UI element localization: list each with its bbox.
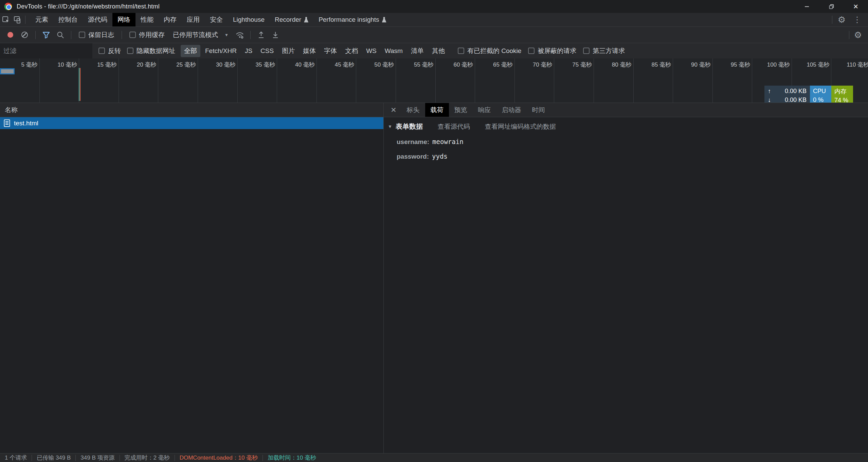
tab-recorder[interactable]: Recorder bbox=[270, 13, 313, 26]
detail-tab-时间[interactable]: 时间 bbox=[527, 103, 550, 117]
status-item: 349 B 项资源 bbox=[75, 455, 119, 461]
request-row-test-html[interactable]: test.html bbox=[0, 117, 383, 129]
tab-性能[interactable]: 性能 bbox=[135, 13, 159, 26]
tab-label: 性能 bbox=[141, 15, 153, 24]
tab-源代码[interactable]: 源代码 bbox=[83, 13, 112, 26]
device-toolbar-icon[interactable] bbox=[12, 15, 23, 25]
invert-filter-checkbox[interactable] bbox=[98, 48, 105, 54]
window-close-button[interactable]: ✕ bbox=[844, 0, 868, 13]
window-title: DevTools - file:///D:/git/note/webstrom/… bbox=[17, 3, 160, 10]
detail-tab-响应[interactable]: 响应 bbox=[473, 103, 496, 117]
detail-tab-载荷[interactable]: 载荷 bbox=[425, 103, 449, 117]
type-filter-文档[interactable]: 文档 bbox=[342, 45, 361, 57]
filter-funnel-icon[interactable] bbox=[40, 30, 52, 40]
type-filter-图片[interactable]: 图片 bbox=[278, 45, 298, 57]
type-filter-全部[interactable]: 全部 bbox=[181, 45, 200, 57]
clear-network-log-icon[interactable] bbox=[21, 32, 28, 38]
network-settings-gear-icon[interactable]: ⚙ bbox=[851, 31, 865, 39]
window-restore-button[interactable] bbox=[819, 0, 844, 13]
memory-usage-badge: 内存 74 % bbox=[831, 86, 853, 103]
name-column-label: 名称 bbox=[5, 106, 18, 114]
tick-label: 10 毫秒 bbox=[58, 61, 77, 69]
disable-cache-label: 停用缓存 bbox=[139, 31, 165, 39]
tab-元素[interactable]: 元素 bbox=[30, 13, 53, 26]
tab-网络[interactable]: 网络 bbox=[112, 13, 135, 26]
network-overview-timeline[interactable]: 5 毫秒10 毫秒15 毫秒20 毫秒25 毫秒30 毫秒35 毫秒40 毫秒4… bbox=[0, 58, 868, 103]
type-filter-wasm[interactable]: Wasm bbox=[381, 46, 406, 56]
type-filter-媒体[interactable]: 媒体 bbox=[300, 45, 319, 57]
tick-label: 90 毫秒 bbox=[691, 61, 711, 69]
tab-label: 源代码 bbox=[88, 15, 107, 24]
more-options-icon[interactable]: ⋮ bbox=[849, 15, 865, 24]
type-filter-js[interactable]: JS bbox=[241, 46, 256, 56]
load-event-line bbox=[80, 68, 80, 101]
view-urlencoded-button[interactable]: 查看网址编码格式的数据 bbox=[485, 122, 556, 131]
network-toolbar: 保留日志 停用缓存 已停用节流模式 ▼ ⚙ bbox=[0, 27, 868, 43]
type-filter-清单[interactable]: 清单 bbox=[408, 45, 427, 57]
performance-monitor-badge: ↑ 0.00 KB ↓ 0.00 KB CPU 0 % 内存 74 % bbox=[764, 86, 853, 103]
timeline-tick: 55 毫秒 bbox=[396, 58, 436, 103]
flask-icon bbox=[382, 17, 386, 22]
blocked-requests-label: 被屏蔽的请求 bbox=[538, 47, 576, 55]
filter-input[interactable] bbox=[0, 43, 92, 58]
name-column-header[interactable]: 名称 bbox=[0, 103, 383, 117]
tab-控制台[interactable]: 控制台 bbox=[53, 13, 83, 26]
network-conditions-icon[interactable] bbox=[234, 30, 246, 40]
divider bbox=[122, 31, 122, 39]
disable-cache-checkbox[interactable] bbox=[129, 32, 136, 38]
tick-label: 35 毫秒 bbox=[256, 61, 275, 69]
tick-label: 5 毫秒 bbox=[21, 61, 37, 69]
search-icon[interactable] bbox=[55, 30, 66, 40]
detail-tab-预览[interactable]: 预览 bbox=[449, 103, 473, 117]
tick-label: 75 毫秒 bbox=[572, 61, 592, 69]
timeline-tick: 70 毫秒 bbox=[515, 58, 555, 103]
status-item: 完成用时：2 毫秒 bbox=[120, 455, 175, 461]
preserve-log-label: 保留日志 bbox=[88, 31, 114, 39]
tab-performance-insights[interactable]: Performance insights bbox=[313, 13, 391, 26]
record-network-log-button[interactable] bbox=[7, 32, 13, 38]
tab-label: Performance insights bbox=[319, 16, 379, 23]
type-filter-ws[interactable]: WS bbox=[363, 46, 380, 56]
tab-内存[interactable]: 内存 bbox=[159, 13, 182, 26]
blocked-requests-checkbox[interactable] bbox=[528, 48, 535, 54]
type-filter-字体[interactable]: 字体 bbox=[321, 45, 340, 57]
type-filter-css[interactable]: CSS bbox=[257, 46, 277, 56]
tab-应用[interactable]: 应用 bbox=[182, 13, 205, 26]
network-filter-bar: 反转 隐藏数据网址 全部Fetch/XHRJSCSS图片媒体字体文档WSWasm… bbox=[0, 43, 868, 58]
cpu-value: 0 % bbox=[813, 96, 828, 103]
document-icon bbox=[4, 119, 10, 127]
close-details-icon[interactable]: ✕ bbox=[386, 103, 401, 117]
detail-tab-标头[interactable]: 标头 bbox=[401, 103, 425, 117]
detail-tab-启动器[interactable]: 启动器 bbox=[496, 103, 527, 117]
tick-label: 85 毫秒 bbox=[651, 61, 671, 69]
divider bbox=[71, 31, 71, 39]
blocked-cookies-checkbox[interactable] bbox=[458, 48, 464, 54]
tab-label: Recorder bbox=[275, 16, 301, 23]
timeline-tick: 20 毫秒 bbox=[119, 58, 159, 103]
export-har-icon[interactable] bbox=[270, 30, 281, 40]
throttling-select[interactable]: 已停用节流模式 ▼ bbox=[170, 31, 231, 39]
third-party-checkbox[interactable] bbox=[583, 48, 590, 54]
memory-value: 74 % bbox=[834, 97, 850, 103]
timeline-ruler: 5 毫秒10 毫秒15 毫秒20 毫秒25 毫秒30 毫秒35 毫秒40 毫秒4… bbox=[0, 58, 868, 103]
inspect-element-icon[interactable] bbox=[0, 15, 12, 25]
tick-label: 45 毫秒 bbox=[335, 61, 355, 69]
hide-data-urls-checkbox[interactable] bbox=[127, 48, 133, 54]
tab-lighthouse[interactable]: Lighthouse bbox=[228, 13, 270, 26]
type-filter-其他[interactable]: 其他 bbox=[429, 45, 448, 57]
throttling-value: 已停用节流模式 bbox=[173, 31, 218, 39]
settings-gear-icon[interactable]: ⚙ bbox=[834, 15, 849, 24]
import-har-icon[interactable] bbox=[255, 30, 267, 40]
view-source-button[interactable]: 查看源代码 bbox=[438, 122, 470, 131]
type-filter-fetch-xhr[interactable]: Fetch/XHR bbox=[202, 46, 240, 56]
divider bbox=[832, 16, 832, 24]
tab-安全[interactable]: 安全 bbox=[205, 13, 228, 26]
preserve-log-checkbox[interactable] bbox=[79, 32, 85, 38]
collapse-triangle-icon[interactable]: ▼ bbox=[388, 124, 392, 129]
window-minimize-button[interactable] bbox=[795, 0, 819, 13]
tab-label: 元素 bbox=[35, 15, 48, 24]
timeline-tick: 85 毫秒 bbox=[634, 58, 673, 103]
main-tabs: 元素控制台源代码网络性能内存应用安全LighthouseRecorderPerf… bbox=[30, 13, 392, 26]
tick-label: 110 毫秒 bbox=[847, 61, 868, 69]
timeline-tick: 60 毫秒 bbox=[436, 58, 475, 103]
